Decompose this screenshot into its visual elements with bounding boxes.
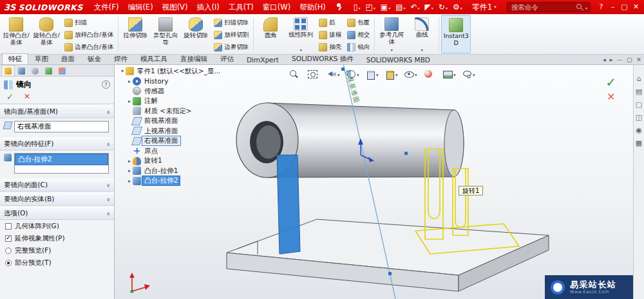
open-document-button[interactable]: [363, 2, 377, 12]
pin-menu-icon[interactable]: [336, 3, 343, 11]
option-partial-preview[interactable]: 部分预览(T): [0, 257, 114, 269]
configurationmanager-tab[interactable]: [28, 65, 42, 76]
command-search[interactable]: [507, 2, 591, 12]
displaymanager-tab[interactable]: [55, 65, 69, 76]
solidworks-resources-icon[interactable]: ⌂: [637, 75, 641, 83]
search-input[interactable]: [510, 3, 574, 12]
tree-item[interactable]: 上视基准面: [126, 126, 225, 136]
tree-item[interactable]: ▸ 凸台-拉伸1: [126, 166, 225, 176]
partial-preview-radio[interactable]: [5, 260, 12, 266]
expand-arrow[interactable]: ▸: [126, 78, 133, 84]
ok-button[interactable]: ✓: [6, 92, 14, 102]
design-library-icon[interactable]: ▤: [636, 88, 642, 96]
reference-geometry-button[interactable]: 参考几何体: [377, 15, 406, 53]
group-options[interactable]: 选项(O): [0, 207, 114, 220]
custom-properties-icon[interactable]: ▦: [636, 140, 642, 147]
option-full-preview[interactable]: 完整预览(F): [0, 244, 114, 257]
extruded-boss-button[interactable]: 拉伸凸台/基体: [1, 15, 31, 53]
close-document-button[interactable]: [636, 55, 641, 64]
menu-item[interactable]: 文件(F): [90, 1, 124, 14]
menu-item[interactable]: 视图(V): [158, 1, 193, 14]
display-style-button[interactable]: [384, 68, 400, 80]
linear-pattern-button[interactable]: 线性阵列: [286, 15, 316, 53]
selected-face[interactable]: [277, 155, 300, 254]
edit-appearance-button[interactable]: [422, 68, 439, 80]
selected-plane-item[interactable]: 右视基准面: [15, 122, 108, 132]
commandmanager-tab[interactable]: 模具工具: [134, 53, 174, 64]
confirm-cancel-button[interactable]: ✕: [607, 93, 615, 102]
expand-arrow[interactable]: ▸: [126, 158, 133, 164]
model-base[interactable]: [227, 219, 549, 291]
mirror-button[interactable]: 镜向: [345, 42, 372, 52]
restore-document-button[interactable]: [627, 55, 632, 64]
view-palette-icon[interactable]: ◫: [636, 114, 642, 122]
instant3d-button[interactable]: Instant3D: [441, 15, 471, 53]
boundary-cut-button[interactable]: 边界切除: [211, 42, 251, 52]
mirror-face-selection-box[interactable]: 右视基准面: [14, 121, 109, 132]
boundary-boss-button[interactable]: 边界凸台/基体: [62, 42, 116, 52]
previous-view-button[interactable]: [326, 68, 342, 80]
option-propagate-visual[interactable]: 延伸视象属性(P): [0, 232, 114, 244]
commandmanager-tab[interactable]: DimXpert: [240, 55, 285, 64]
swept-cut-button[interactable]: 扫描切除: [211, 17, 251, 28]
commandmanager-tab[interactable]: 焊件: [108, 53, 134, 64]
select-button[interactable]: [423, 2, 435, 12]
file-explorer-icon[interactable]: ▢: [636, 101, 642, 109]
commandmanager-tab[interactable]: SOLIDWORKS MBD: [360, 55, 437, 64]
apply-scene-button[interactable]: [442, 68, 458, 80]
group-mirror-face[interactable]: 镜向面/基准面(M): [0, 105, 114, 118]
commandmanager-tab[interactable]: 钣金: [81, 53, 108, 64]
model-cylinder[interactable]: [236, 103, 464, 177]
commandmanager-tab[interactable]: 直接编辑: [174, 53, 214, 64]
tree-item[interactable]: ▸ History: [126, 77, 225, 87]
options-button[interactable]: [451, 2, 464, 12]
pane-left-icon[interactable]: [603, 55, 606, 64]
group-bodies-to-mirror[interactable]: 要镜向的实体(B): [0, 193, 114, 206]
maximize-button[interactable]: [619, 1, 630, 13]
option-geometry-pattern[interactable]: 几何体阵列(G): [0, 220, 114, 232]
help-icon[interactable]: ?: [102, 80, 110, 89]
fillet-button[interactable]: 圆角: [256, 15, 285, 53]
tree-item[interactable]: 材质 <未指定>: [126, 106, 225, 116]
lofted-cut-button[interactable]: 放样切割: [211, 30, 251, 40]
selected-feature-item[interactable]: 凸台-拉伸2: [15, 154, 108, 165]
propertym anager-tab[interactable]: [1, 65, 15, 76]
featuremanager-tab[interactable]: [15, 65, 28, 76]
commandmanager-tab[interactable]: SOLIDWORKS 插件: [285, 53, 360, 64]
draft-button[interactable]: 拔模: [316, 30, 344, 40]
commandmanager-tab[interactable]: 草图: [28, 53, 55, 64]
zoom-to-area-button[interactable]: [307, 68, 323, 80]
full-preview-radio[interactable]: [5, 248, 12, 254]
menu-item[interactable]: 帮助(H): [295, 1, 330, 14]
feature-tree-root[interactable]: ▾ 零件1 (默认<<默认>_显...: [119, 66, 225, 77]
commandmanager-tab[interactable]: 曲面: [55, 53, 81, 64]
tree-item[interactable]: 右视基准面: [126, 136, 225, 147]
rib-button[interactable]: 筋: [316, 17, 344, 28]
rebuild-button[interactable]: [437, 2, 450, 12]
lofted-boss-button[interactable]: 放样凸台/基体: [62, 30, 116, 40]
swept-boss-button[interactable]: 扫描: [62, 17, 116, 28]
minimize-button[interactable]: [607, 1, 618, 13]
close-button[interactable]: [630, 1, 641, 13]
minimize-document-button[interactable]: [617, 55, 623, 64]
new-document-button[interactable]: [352, 2, 363, 12]
menu-item[interactable]: 编辑(E): [123, 1, 157, 14]
pane-right-icon[interactable]: [610, 55, 613, 64]
search-caret-icon[interactable]: [585, 3, 587, 12]
dimxpertmanager-tab[interactable]: [42, 65, 55, 76]
tree-item[interactable]: ▸ 凸台-拉伸2: [126, 176, 225, 186]
appearances-scenes-icon[interactable]: ◉: [636, 127, 642, 134]
tree-item[interactable]: 前视基准面: [126, 116, 225, 127]
view-settings-button[interactable]: [461, 68, 477, 80]
revolved-boss-button[interactable]: 旋转凸台/基体: [32, 15, 61, 53]
geometry-pattern-checkbox[interactable]: [5, 223, 12, 230]
curves-button[interactable]: 曲线: [407, 15, 437, 53]
expand-arrow[interactable]: ▸: [126, 178, 133, 184]
expand-arrow[interactable]: ▾: [119, 68, 126, 74]
commandmanager-tab[interactable]: 特征: [2, 53, 28, 64]
wrap-button[interactable]: 包覆: [345, 17, 372, 28]
intersect-button[interactable]: 相交: [345, 30, 372, 40]
view-orientation-button[interactable]: [365, 68, 381, 80]
menu-item[interactable]: 工具(T): [224, 1, 258, 14]
group-features-to-mirror[interactable]: 要镜向的特征(F): [0, 138, 114, 150]
